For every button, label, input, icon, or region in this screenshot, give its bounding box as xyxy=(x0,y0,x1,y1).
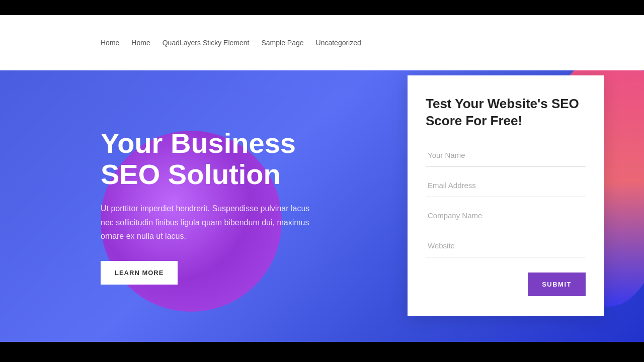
top-bar xyxy=(0,0,644,15)
hero-section: Your Business SEO Solution Ut porttitor … xyxy=(0,70,644,342)
hero-content: Your Business SEO Solution Ut porttitor … xyxy=(0,128,312,285)
bottom-bar xyxy=(0,342,644,362)
email-address-input[interactable] xyxy=(426,174,586,197)
learn-more-button[interactable]: LEARN MORE xyxy=(101,261,178,285)
hero-description: Ut porttitor imperdiet hendrerit. Suspen… xyxy=(101,202,312,243)
nav-item-uncategorized[interactable]: Uncategorized xyxy=(316,39,361,47)
your-name-input[interactable] xyxy=(426,144,586,167)
website-input[interactable] xyxy=(426,234,586,257)
navigation: Home Home QuadLayers Sticky Element Samp… xyxy=(0,15,644,70)
nav-item-home2[interactable]: Home xyxy=(131,39,150,47)
hero-title: Your Business SEO Solution xyxy=(101,128,312,190)
seo-form-card: Test Your Website's SEO Score For Free! … xyxy=(408,75,604,316)
form-title: Test Your Website's SEO Score For Free! xyxy=(426,96,586,130)
nav-item-quadlayers[interactable]: QuadLayers Sticky Element xyxy=(163,39,250,47)
nav-item-sample[interactable]: Sample Page xyxy=(261,39,303,47)
company-name-input[interactable] xyxy=(426,204,586,227)
nav-item-home1[interactable]: Home xyxy=(101,39,119,47)
submit-button[interactable]: SUBMIT xyxy=(528,273,586,296)
